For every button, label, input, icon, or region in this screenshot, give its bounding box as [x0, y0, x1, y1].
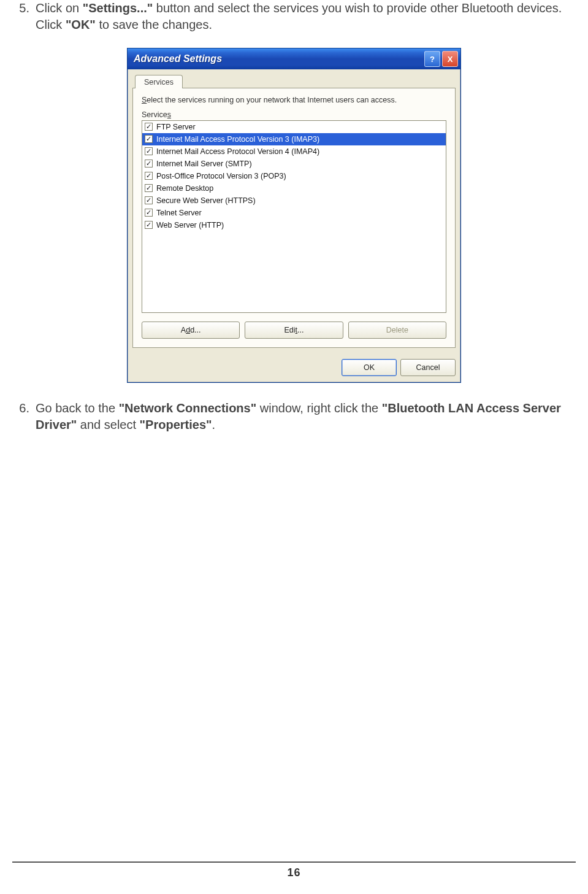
service-row[interactable]: ✓Internet Mail Access Protocol Version 3… [142, 133, 446, 145]
service-checkbox[interactable]: ✓ [145, 172, 153, 180]
services-listbox[interactable]: ✓FTP Server✓Internet Mail Access Protoco… [142, 120, 446, 313]
service-label: Telnet Server [156, 209, 202, 217]
service-row[interactable]: ✓Internet Mail Access Protocol Version 4… [142, 145, 446, 158]
service-label: Web Server (HTTP) [156, 221, 224, 229]
instruction-step-5: 5. Click on "Settings..." button and sel… [12, 0, 576, 33]
edit-button[interactable]: Edit... [245, 322, 343, 339]
titlebar: Advanced Settings ? X [128, 48, 460, 69]
service-label: Secure Web Server (HTTPS) [156, 196, 256, 205]
service-label: Internet Mail Access Protocol Version 4 … [156, 147, 319, 156]
add-button[interactable]: Add... [142, 322, 240, 339]
help-button[interactable]: ? [424, 51, 440, 67]
service-checkbox[interactable]: ✓ [145, 147, 153, 155]
step-number: 5. [12, 0, 36, 33]
panel-description: Select the services running on your netw… [142, 96, 446, 106]
list-button-row: Add... Edit... Delete [142, 322, 446, 339]
service-row[interactable]: ✓Post-Office Protocol Version 3 (POP3) [142, 170, 446, 182]
cancel-button[interactable]: Cancel [400, 359, 456, 376]
service-checkbox[interactable]: ✓ [145, 123, 153, 131]
page-footer: 16 [12, 861, 576, 879]
service-row[interactable]: ✓Secure Web Server (HTTPS) [142, 195, 446, 207]
step-text: Go back to the "Network Connections" win… [36, 400, 576, 433]
tab-services[interactable]: Services [135, 75, 183, 88]
service-label: FTP Server [156, 123, 196, 131]
service-label: Internet Mail Access Protocol Version 3 … [156, 135, 319, 144]
service-checkbox[interactable]: ✓ [145, 135, 153, 143]
dialog-title: Advanced Settings [134, 53, 422, 64]
dialog-button-row: OK Cancel [128, 354, 460, 382]
service-row[interactable]: ✓Telnet Server [142, 207, 446, 219]
services-list-label: Services [142, 110, 446, 119]
advanced-settings-dialog: Advanced Settings ? X Services Select th… [127, 48, 461, 383]
page-number: 16 [12, 866, 576, 879]
service-label: Post-Office Protocol Version 3 (POP3) [156, 172, 286, 180]
service-row[interactable]: ✓Remote Desktop [142, 182, 446, 195]
step-text: Click on "Settings..." button and select… [36, 0, 576, 33]
service-checkbox[interactable]: ✓ [145, 196, 153, 204]
service-checkbox[interactable]: ✓ [145, 221, 153, 229]
service-row[interactable]: ✓Internet Mail Server (SMTP) [142, 158, 446, 170]
service-row[interactable]: ✓FTP Server [142, 121, 446, 133]
service-checkbox[interactable]: ✓ [145, 160, 153, 168]
footer-divider [12, 861, 576, 863]
ok-button[interactable]: OK [342, 359, 397, 376]
service-checkbox[interactable]: ✓ [145, 209, 153, 217]
service-row[interactable]: ✓Web Server (HTTP) [142, 219, 446, 231]
service-label: Remote Desktop [156, 184, 213, 193]
tab-panel-services: Select the services running on your netw… [132, 88, 456, 348]
delete-button: Delete [348, 322, 446, 339]
service-checkbox[interactable]: ✓ [145, 184, 153, 192]
close-button[interactable]: X [442, 51, 458, 67]
step-number: 6. [12, 400, 36, 433]
service-label: Internet Mail Server (SMTP) [156, 160, 252, 168]
instruction-step-6: 6. Go back to the "Network Connections" … [12, 400, 576, 433]
tab-strip: Services [132, 73, 456, 88]
screenshot-advanced-settings: Advanced Settings ? X Services Select th… [12, 48, 576, 383]
